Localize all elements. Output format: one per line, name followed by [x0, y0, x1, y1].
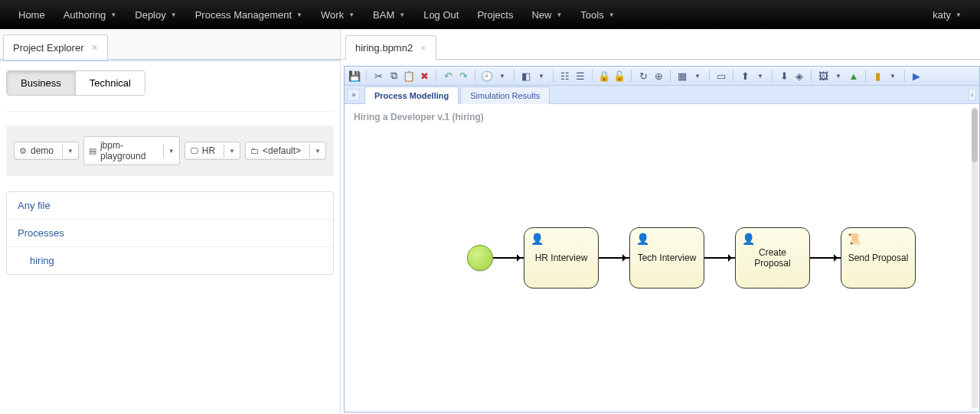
close-icon[interactable]: × [420, 42, 426, 54]
nav-label: Deploy [135, 9, 165, 21]
history-icon[interactable]: 🕘 [480, 69, 494, 83]
bpmn-editor: 💾 ✂ ⧉ 📋 ✖ ↶ ↷ 🕘 ▼ ◧ ▼ ☷ [344, 66, 980, 412]
close-icon[interactable]: × [91, 41, 97, 54]
task-label: HR Interview [531, 253, 593, 263]
task-node[interactable]: 👤 Create Proposal [735, 227, 810, 288]
caret-down-icon[interactable]: ▼ [886, 69, 900, 83]
file-item-hiring[interactable]: hiring [7, 246, 333, 274]
cogs-icon: ⚙ [19, 146, 27, 156]
copy-icon[interactable]: ⧉ [387, 69, 400, 83]
script-icon: 📜 [848, 233, 861, 245]
align-icon[interactable]: ☷ [558, 69, 572, 83]
sequence-flow-icon[interactable] [493, 257, 524, 259]
subtab-simulation-results[interactable]: Simulation Results [460, 86, 550, 104]
save-icon[interactable]: 💾 [348, 69, 361, 83]
validate-icon[interactable]: ▲ [847, 69, 861, 83]
lock-icon[interactable]: 🔒 [597, 69, 611, 83]
zoom-icon[interactable]: ◧ [519, 69, 533, 83]
nav-label: Authoring [64, 9, 106, 21]
image-icon[interactable]: 🖼 [816, 69, 830, 83]
nav-new[interactable]: New▼ [522, 0, 571, 29]
task-node[interactable]: 👤 Tech Interview [629, 227, 704, 288]
toggle-technical[interactable]: Technical [75, 71, 145, 95]
scrollbar-vertical[interactable] [972, 107, 978, 409]
breadcrumb-label: <default> [263, 145, 301, 156]
nav-home[interactable]: Home [9, 0, 54, 29]
caret-down-icon: ▼ [110, 11, 116, 18]
redo-icon[interactable]: ↷ [456, 69, 470, 83]
caret-down-icon[interactable]: ▼ [495, 69, 509, 83]
bpmn-canvas[interactable]: Hiring a Developer v.1 (hiring) 👤 HR Int… [345, 104, 979, 412]
tab-label: Project Explorer [13, 42, 83, 54]
start-event[interactable] [467, 245, 493, 271]
breadcrumb-repo[interactable]: ▤jbpm-playground ▼ [83, 136, 180, 165]
folder-icon: 🗀 [250, 146, 259, 155]
nav-logout[interactable]: Log Out [414, 0, 468, 29]
scrollbar-thumb[interactable] [972, 109, 978, 162]
form-icon[interactable]: ▭ [714, 69, 728, 83]
nav-tools[interactable]: Tools▼ [571, 0, 623, 29]
globe-icon[interactable]: ⊕ [652, 69, 665, 83]
process-title: Hiring a Developer v.1 (hiring) [354, 112, 484, 122]
nav-deploy[interactable]: Deploy▼ [126, 0, 185, 29]
play-icon[interactable]: ▶ [910, 69, 923, 83]
caret-down-icon[interactable]: ▼ [753, 69, 767, 83]
user-icon: 👤 [636, 233, 649, 245]
section-processes[interactable]: Processes [7, 219, 333, 246]
view-toggle: Business Technical [6, 70, 145, 96]
unlock-icon[interactable]: 🔓 [612, 69, 626, 83]
tab-project-explorer[interactable]: Project Explorer × [3, 34, 108, 60]
nav-process-management[interactable]: Process Management▼ [186, 0, 312, 29]
nav-user-menu[interactable]: katy▼ [923, 0, 971, 29]
task-label: Tech Interview [633, 253, 701, 263]
task-node[interactable]: 📜 Send Proposal [841, 227, 916, 288]
editor-tabstrip: hiring.bpmn2 × [341, 29, 980, 60]
undo-icon[interactable]: ↶ [441, 69, 455, 83]
cut-icon[interactable]: ✂ [371, 69, 385, 83]
distribute-icon[interactable]: ☰ [573, 69, 587, 83]
nav-authoring[interactable]: Authoring▼ [54, 0, 126, 29]
breadcrumb-label: demo [31, 145, 54, 156]
process-flow: 👤 HR Interview 👤 Tech Interview 👤 Create… [467, 227, 916, 288]
nav-label: Tools [580, 9, 603, 21]
refresh-icon[interactable]: ↻ [636, 69, 650, 83]
paste-icon[interactable]: 📋 [402, 69, 416, 83]
breadcrumb-label: jbpm-playground [100, 140, 155, 161]
sequence-flow-icon[interactable] [599, 257, 629, 259]
nav-label: Work [321, 9, 344, 21]
breadcrumb-org[interactable]: ⚙demo ▼ [14, 142, 79, 160]
view-source-icon[interactable]: ◈ [792, 69, 806, 83]
caret-down-icon: ▼ [399, 11, 405, 18]
import-icon[interactable]: ⬇ [777, 69, 791, 83]
tab-hiring-bpmn2[interactable]: hiring.bpmn2 × [345, 35, 436, 60]
chevron-right-icon[interactable]: » [348, 89, 360, 101]
sequence-flow-icon[interactable] [810, 257, 841, 259]
left-panel: Project Explorer × Business Technical ⚙d… [0, 29, 341, 414]
delete-icon[interactable]: ✖ [417, 69, 431, 83]
repository-icon[interactable]: ▮ [871, 69, 884, 83]
subtab-process-modelling[interactable]: Process Modelling [364, 86, 459, 104]
sequence-flow-icon[interactable] [704, 257, 735, 259]
export-icon[interactable]: ⬆ [738, 69, 752, 83]
caret-down-icon[interactable]: ▼ [691, 69, 704, 83]
breadcrumb-label: HR [202, 145, 215, 156]
task-label: Send Proposal [844, 253, 913, 263]
caret-down-icon[interactable]: ▼ [534, 69, 548, 83]
caret-down-icon: ▼ [224, 145, 240, 158]
task-node[interactable]: 👤 HR Interview [524, 227, 599, 288]
file-list: Any file Processes hiring [6, 191, 334, 275]
toggle-business[interactable]: Business [7, 71, 75, 95]
nav-projects[interactable]: Projects [468, 0, 522, 29]
caret-down-icon: ▼ [309, 145, 325, 158]
nav-work[interactable]: Work▼ [312, 0, 364, 29]
breadcrumb-package[interactable]: 🗀<default> ▼ [245, 142, 326, 160]
breadcrumb-project[interactable]: 🖵HR ▼ [185, 142, 240, 160]
user-icon: 👤 [742, 233, 755, 245]
caret-down-icon: ▼ [171, 11, 177, 18]
nav-bam[interactable]: BAM▼ [364, 0, 414, 29]
color-icon[interactable]: ▦ [675, 69, 689, 83]
left-tabstrip: Project Explorer × [0, 29, 340, 60]
section-any-file[interactable]: Any file [7, 192, 333, 219]
caret-down-icon[interactable]: ▼ [831, 69, 845, 83]
chevron-left-icon[interactable]: ‹ [969, 89, 976, 101]
